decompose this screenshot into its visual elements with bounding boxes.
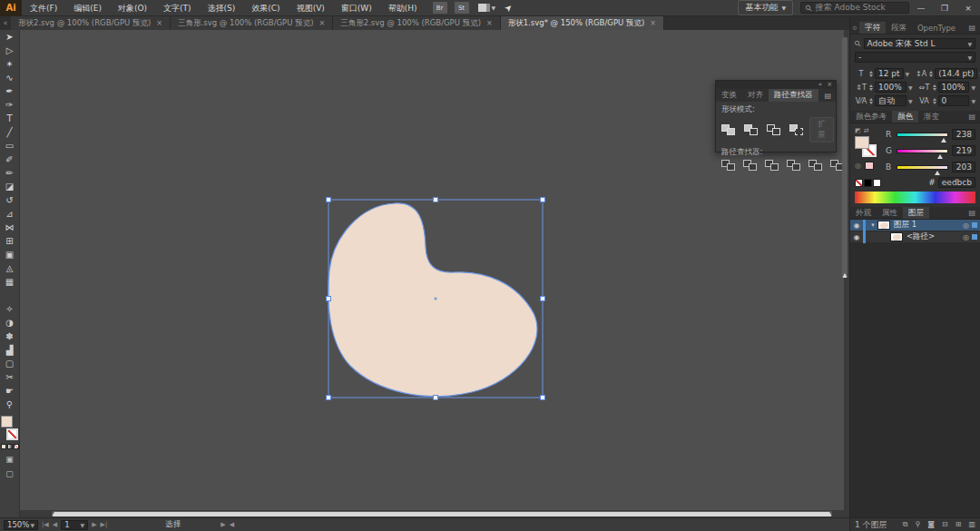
stepper[interactable] xyxy=(869,71,873,77)
expand-button[interactable]: 扩展 xyxy=(809,117,834,143)
stepper[interactable] xyxy=(933,84,936,91)
tab-opentype[interactable]: OpenType xyxy=(912,22,961,34)
divide-icon[interactable] xyxy=(721,160,735,171)
channel-value-field[interactable]: 203 xyxy=(952,162,975,172)
character-field[interactable]: VA 0 ▼ xyxy=(918,95,976,106)
fill-stroke-control[interactable] xyxy=(855,136,878,158)
horizontal-scrollbar[interactable] xyxy=(20,510,844,517)
none-button[interactable] xyxy=(14,444,19,449)
vertical-scrollbar-thumb[interactable] xyxy=(842,37,848,278)
stroke-swatch[interactable] xyxy=(6,428,18,440)
arrange-documents-button[interactable]: ▼ xyxy=(478,4,496,12)
restore-button[interactable]: ❐ xyxy=(933,0,956,16)
selection-handle[interactable] xyxy=(327,396,331,400)
line-segment-tool[interactable]: ╱ xyxy=(0,125,20,139)
swap-fill-stroke-icon[interactable]: ⇄ xyxy=(864,127,869,134)
screen-mode-button[interactable]: ▢ xyxy=(5,469,14,478)
layer-name[interactable]: 图层 1 xyxy=(894,220,963,231)
shaper-tool[interactable]: ✏ xyxy=(0,166,20,180)
character-field[interactable]: V⁄A 自动 ▼ xyxy=(855,95,913,106)
free-transform-tool[interactable]: ⊞ xyxy=(0,234,20,248)
panel-menu-icon[interactable]: ▤ xyxy=(964,207,980,219)
menu-item[interactable]: 编辑(E) xyxy=(65,0,110,16)
artboard-number-field[interactable]: 1 ▼ xyxy=(61,520,88,530)
selection-handle[interactable] xyxy=(434,198,438,202)
hand-tool[interactable]: ☛ xyxy=(0,384,20,398)
character-field[interactable]: ⇕T 100% ▼ xyxy=(855,82,913,93)
new-layer-icon[interactable]: ⊞ xyxy=(956,520,962,529)
rectangle-tool[interactable]: ▭ xyxy=(0,139,20,152)
exclude-icon[interactable] xyxy=(789,124,803,135)
first-artboard-button[interactable]: |◀ xyxy=(42,521,49,528)
direct-selection-tool[interactable]: ▷ xyxy=(0,44,20,57)
tab-color[interactable]: 颜色 xyxy=(892,111,918,123)
menu-item[interactable]: 对象(O) xyxy=(110,0,155,16)
panel-menu-icon[interactable]: ▤ xyxy=(964,22,980,34)
none-chip[interactable] xyxy=(855,179,863,187)
minus-front-icon[interactable] xyxy=(744,124,758,135)
canvas[interactable]: « × 变换对齐路径查找器 ▤ 形状模式: 扩展 路径查找器: xyxy=(20,30,844,517)
outline-icon[interactable] xyxy=(808,160,822,171)
fill-stroke-control[interactable] xyxy=(1,416,18,440)
menu-item[interactable]: 视图(V) xyxy=(289,0,333,16)
character-field-value[interactable]: 12 pt xyxy=(875,68,904,79)
slice-tool[interactable]: ✂ xyxy=(0,370,20,384)
document-tab-triangle2[interactable]: 三角形2.svg @ 100% (RGB/GPU 预览) × xyxy=(333,16,501,30)
selection-handle[interactable] xyxy=(327,198,331,202)
tab-paragraph[interactable]: 段落 xyxy=(886,22,912,34)
menu-item[interactable]: 效果(C) xyxy=(243,0,288,16)
gradient-button[interactable] xyxy=(7,444,13,449)
paintbrush-tool[interactable]: ✐ xyxy=(0,152,20,166)
gradient-tool[interactable] xyxy=(0,289,20,302)
tab-character[interactable]: 字符 xyxy=(859,22,886,34)
default-fill-stroke-icon[interactable]: ◩ xyxy=(855,127,861,134)
color-slider[interactable] xyxy=(897,133,948,137)
intersect-icon[interactable] xyxy=(767,124,780,135)
workspace-switcher[interactable]: 基本功能 ▼ xyxy=(738,0,793,15)
slider-thumb[interactable] xyxy=(937,154,943,159)
font-family-field[interactable]: Adobe 宋体 Std L ▼ xyxy=(864,38,975,49)
zoom-tool[interactable]: ⚲ xyxy=(0,398,20,411)
layers-empty-area[interactable] xyxy=(850,243,980,517)
mesh-tool[interactable]: ▦ xyxy=(0,275,20,289)
curvature-tool[interactable]: ✑ xyxy=(0,98,20,112)
menu-item[interactable]: 帮助(H) xyxy=(380,0,426,16)
previous-color-swatch[interactable] xyxy=(865,162,874,170)
type-tool[interactable]: T xyxy=(0,112,20,125)
character-field-value[interactable]: 100% xyxy=(938,82,970,93)
tab-pathfinder[interactable]: 路径查找器 xyxy=(769,89,818,102)
target-circle-icon[interactable]: ◎ xyxy=(963,221,969,230)
color-spectrum-bar[interactable] xyxy=(855,192,975,203)
new-sublayer-icon[interactable]: ⊟ xyxy=(942,520,948,529)
column-graph-tool[interactable]: ▟ xyxy=(0,343,20,357)
selected-shape[interactable] xyxy=(328,203,537,397)
status-arrow-icon[interactable]: ▶ xyxy=(220,521,225,528)
unite-icon[interactable] xyxy=(721,124,735,135)
crop-icon[interactable] xyxy=(787,160,800,171)
character-field-value[interactable]: (14.4 pt) xyxy=(935,68,977,79)
bridge-button[interactable]: Br xyxy=(433,2,447,14)
rotate-tool[interactable]: ↺ xyxy=(0,193,20,207)
horizontal-scrollbar-thumb[interactable] xyxy=(52,511,832,516)
color-button[interactable] xyxy=(1,444,6,449)
close-tab-icon[interactable]: × xyxy=(486,19,493,27)
tab-align[interactable]: 对齐 xyxy=(742,89,769,102)
symbol-sprayer-tool[interactable]: ✽ xyxy=(0,329,20,343)
document-tab-triangle[interactable]: 三角形.svg @ 100% (RGB/GPU 预览) × xyxy=(171,16,333,30)
color-slider[interactable] xyxy=(897,149,948,153)
merge-icon[interactable] xyxy=(765,160,779,171)
target-circle-icon[interactable]: ◎ xyxy=(963,233,969,241)
scale-tool[interactable]: ⊿ xyxy=(0,207,20,221)
eraser-tool[interactable]: ◪ xyxy=(0,180,20,193)
trim-icon[interactable] xyxy=(743,160,757,171)
menu-item[interactable]: 选择(S) xyxy=(200,0,244,16)
selection-handle[interactable] xyxy=(434,396,438,400)
tab-layers[interactable]: 图层 xyxy=(903,207,929,219)
color-slider[interactable] xyxy=(897,165,948,170)
character-field-value[interactable]: 100% xyxy=(875,82,906,93)
selection-indicator[interactable] xyxy=(972,234,977,240)
selection-handle[interactable] xyxy=(541,396,545,400)
channel-value-field[interactable]: 238 xyxy=(952,129,975,140)
stock-search-input[interactable]: ⚲ 搜索 Adobe Stock xyxy=(800,2,909,14)
black-chip[interactable] xyxy=(864,179,872,187)
